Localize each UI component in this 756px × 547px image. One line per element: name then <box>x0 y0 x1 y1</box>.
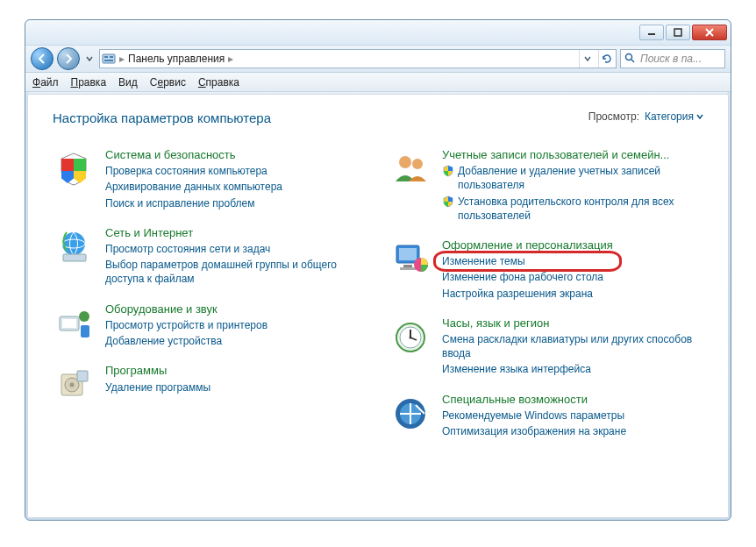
control-panel-icon <box>102 52 116 66</box>
svg-rect-24 <box>77 371 88 381</box>
ease-of-access-icon <box>389 393 431 435</box>
svg-rect-5 <box>104 56 108 58</box>
svg-rect-30 <box>400 267 416 270</box>
menu-edit[interactable]: Правка <box>71 76 107 89</box>
window-root: ▸ Панель управления ▸ Поиск в па... Файл… <box>0 0 756 547</box>
clock-icon <box>389 316 431 359</box>
back-button[interactable] <box>31 47 53 70</box>
svg-point-8 <box>626 54 632 60</box>
search-icon <box>624 53 637 65</box>
category-title[interactable]: Оборудование и звук <box>105 302 267 316</box>
category-clock-language: Часы, язык и регион Смена раскладки клав… <box>389 316 703 377</box>
network-icon <box>53 226 95 268</box>
breadcrumb-separator[interactable]: ▸ <box>228 53 233 65</box>
menu-tools[interactable]: Сервис <box>150 76 186 89</box>
address-bar[interactable]: ▸ Панель управления ▸ <box>99 49 617 68</box>
maximize-button[interactable] <box>666 25 690 40</box>
category-hardware: Оборудование и звук Просмотр устройств и… <box>53 302 367 349</box>
link-add-device[interactable]: Добавление устройства <box>105 334 267 348</box>
link-keyboard-layout[interactable]: Смена раскладки клавиатуры или других сп… <box>442 332 703 360</box>
link-screen-resolution[interactable]: Настройка разрешения экрана <box>442 287 613 301</box>
svg-point-23 <box>70 383 75 387</box>
view-by-label: Просмотр: <box>588 110 639 123</box>
link-optimize-display[interactable]: Оптимизация изображения на экране <box>442 424 626 438</box>
link-parental-controls[interactable]: Установка родительского контроля для все… <box>458 195 703 223</box>
user-accounts-icon <box>389 148 431 190</box>
svg-rect-1 <box>674 29 681 36</box>
category-title[interactable]: Сеть и Интернет <box>105 226 367 240</box>
link-change-background[interactable]: Изменение фона рабочего стола <box>442 270 613 284</box>
svg-point-14 <box>62 232 85 255</box>
link-backup[interactable]: Архивирование данных компьютера <box>105 180 282 194</box>
category-appearance: Оформление и персонализация Изменение те… <box>389 238 703 301</box>
link-network-status[interactable]: Просмотр состояния сети и задач <box>105 242 367 256</box>
hardware-icon <box>53 302 95 345</box>
svg-point-19 <box>79 311 89 322</box>
svg-rect-20 <box>81 325 89 337</box>
svg-rect-4 <box>103 54 115 63</box>
breadcrumb-separator[interactable]: ▸ <box>119 53 125 65</box>
view-by-dropdown[interactable]: Категория <box>645 110 703 123</box>
programs-icon <box>53 364 95 406</box>
window-frame: ▸ Панель управления ▸ Поиск в па... Файл… <box>25 19 731 521</box>
svg-point-26 <box>412 159 423 169</box>
title-bar <box>25 20 731 45</box>
link-display-language[interactable]: Изменение языка интерфейса <box>442 362 703 376</box>
category-ease-of-access: Специальные возможности Рекомендуемые Wi… <box>389 393 703 439</box>
close-button[interactable] <box>692 25 727 40</box>
category-title[interactable]: Оформление и персонализация <box>442 238 613 252</box>
menu-view[interactable]: Вид <box>118 76 138 89</box>
system-security-icon <box>53 148 95 190</box>
svg-rect-29 <box>403 265 412 267</box>
nav-history-dropdown[interactable] <box>83 47 96 70</box>
menu-bar: Файл Правка Вид Сервис Справка <box>25 73 731 92</box>
category-title[interactable]: Система и безопасность <box>105 148 282 162</box>
category-network: Сеть и Интернет Просмотр состояния сети … <box>53 226 367 287</box>
svg-line-9 <box>631 60 634 62</box>
nav-bar: ▸ Панель управления ▸ Поиск в па... <box>25 45 731 73</box>
search-placeholder: Поиск в па... <box>640 53 702 65</box>
svg-point-36 <box>410 336 412 338</box>
svg-rect-10 <box>61 159 74 171</box>
link-add-remove-users[interactable]: Добавление и удаление учетных записей по… <box>458 164 703 192</box>
category-system-security: Система и безопасность Проверка состояни… <box>53 148 367 210</box>
svg-point-25 <box>399 156 411 168</box>
link-change-theme[interactable]: Изменение темы <box>442 254 613 268</box>
menu-file[interactable]: Файл <box>32 76 59 89</box>
link-recommended-settings[interactable]: Рекомендуемые Windows параметры <box>442 408 626 423</box>
category-title[interactable]: Специальные возможности <box>442 393 626 407</box>
view-by: Просмотр: Категория <box>588 110 703 123</box>
category-title[interactable]: Часы, язык и регион <box>442 316 703 330</box>
link-homegroup[interactable]: Выбор параметров домашней группы и общег… <box>105 258 367 286</box>
svg-rect-16 <box>63 254 86 261</box>
link-uninstall[interactable]: Удаление программы <box>105 380 210 394</box>
svg-rect-28 <box>399 248 417 260</box>
shield-icon <box>442 195 454 208</box>
link-troubleshoot[interactable]: Поиск и исправление проблем <box>105 196 282 210</box>
breadcrumb-control-panel[interactable]: Панель управления <box>128 53 225 65</box>
highlighted-link: Изменение темы <box>442 254 613 268</box>
category-user-accounts: Учетные записи пользователей и семейн...… <box>389 148 703 223</box>
category-title[interactable]: Программы <box>105 364 210 378</box>
category-programs: Программы Удаление программы <box>53 364 367 406</box>
right-column: Учетные записи пользователей и семейн...… <box>389 148 703 438</box>
minimize-button[interactable] <box>639 25 664 40</box>
svg-rect-18 <box>62 319 76 328</box>
search-input[interactable]: Поиск в па... <box>620 49 725 68</box>
forward-button[interactable] <box>57 47 80 70</box>
link-devices-printers[interactable]: Просмотр устройств и принтеров <box>105 318 267 332</box>
left-column: Система и безопасность Проверка состояни… <box>53 148 367 438</box>
link-check-status[interactable]: Проверка состояния компьютера <box>105 164 282 178</box>
address-dropdown[interactable] <box>579 50 595 67</box>
content-area: Настройка параметров компьютера Просмотр… <box>27 94 729 518</box>
category-title[interactable]: Учетные записи пользователей и семейн... <box>442 148 703 162</box>
menu-help[interactable]: Справка <box>198 76 239 89</box>
svg-rect-7 <box>104 60 113 61</box>
shield-icon <box>442 165 454 177</box>
svg-rect-6 <box>110 56 113 58</box>
svg-rect-11 <box>74 159 86 171</box>
appearance-icon <box>389 238 431 281</box>
refresh-button[interactable] <box>598 50 614 67</box>
